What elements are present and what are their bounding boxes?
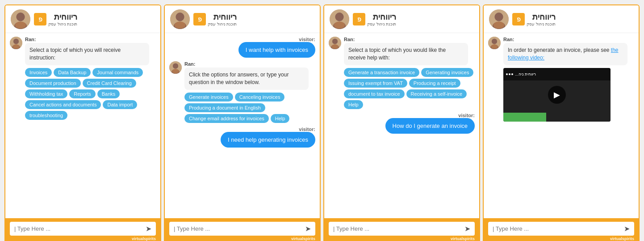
brand-logo: פריווחיתתוכנת ניהול עסק [512,12,556,26]
chip[interactable]: Help [271,114,290,123]
input-row: ➤ [329,222,475,236]
visitor-message-row: visitor:I want help with invoices [169,37,315,58]
brand-subtitle: תוכנת ניהול עסק [367,22,396,26]
chat-panel-panel1: פריווחיתתוכנת ניהול עסק Ran:Select a top… [4,4,161,241]
ran-label: Ran: [503,37,634,42]
chip[interactable]: Receiving a self-invoice [406,89,467,98]
message-input[interactable] [333,225,461,232]
bot-avatar [10,37,22,49]
ran-label: Ran: [25,37,156,42]
chat-panel-panel4: פריווחיתתוכנת ניהול עסק Ran:In order to … [483,4,640,241]
chat-footer: ➤virtualspirits [484,218,639,241]
ran-label: Ran: [184,61,315,67]
bot-avatar [169,61,182,74]
chat-header: פריווחיתתוכנת ניהול עסק [324,5,479,33]
brand-icon: פ [512,13,525,25]
ran-label: Ran: [344,37,475,42]
svg-point-11 [175,21,186,29]
chip[interactable]: Withholding tax [25,89,67,98]
input-row: ➤ [169,222,315,236]
chip[interactable]: Issuing exempt from VAT [344,79,407,88]
brand-icon: פ [353,13,365,25]
brand-logo: פריווחיתתוכנת ניהול עסק [193,12,237,26]
svg-point-27 [493,21,505,29]
bot-message-row: Ran:Click the options for answers, or ty… [169,61,315,123]
svg-point-1 [16,13,25,21]
chip[interactable]: Generating invoices [421,68,473,77]
svg-point-15 [172,69,179,73]
svg-point-29 [492,38,497,44]
visitor-bubble: I want help with invoices [238,42,315,58]
video-title: ריווחית ניה... [515,72,536,76]
message-input[interactable] [493,225,620,232]
chip[interactable]: Reports [69,89,96,98]
input-row: ➤ [488,222,634,236]
chip[interactable]: Banks [97,89,120,98]
chip[interactable]: Generate a transaction invoice [344,68,419,77]
brand-name: ריווחית [367,12,396,22]
bot-message-row: Ran:In order to generate an invoice, ple… [488,37,634,122]
chat-messages: Ran:Select a topic of which you would li… [324,33,479,218]
bot-avatar [488,37,501,49]
message-input[interactable] [14,225,142,232]
avatar [489,9,509,29]
chip[interactable]: Cancel actions and documents [25,100,101,109]
visitor-label: visitor: [458,113,475,118]
chip[interactable]: Producing a receipt [409,79,460,88]
footer-brand: virtualspirits [10,237,156,241]
send-button[interactable]: ➤ [624,224,630,233]
visitor-label: visitor: [299,127,315,132]
brand-icon: פ [193,13,206,25]
send-button[interactable]: ➤ [146,224,151,233]
visitor-message-row: visitor:I need help generating invoices [169,127,315,148]
input-row: ➤ [10,222,156,236]
bot-message-row: Ran:Select a topic of which you would li… [329,37,475,109]
chat-header: פריווחיתתוכנת ניהול עסק [484,5,639,33]
chat-footer: ➤virtualspirits [5,218,160,241]
bot-avatar [329,37,341,49]
avatar [330,9,349,29]
visitor-bubble: I need help generating invoices [221,132,315,148]
chip[interactable]: Generate invoices [184,93,233,101]
brand-icon: פ [34,13,46,25]
chip[interactable]: Journal commands [92,68,143,77]
chat-messages: visitor:I want help with invoices Ran:Cl… [165,33,320,218]
visitor-bubble: How do I generate an invoice [385,118,475,134]
send-button[interactable]: ➤ [305,224,311,233]
bot-bubble: In order to generate an invoice, please … [503,43,627,65]
svg-point-13 [173,63,178,68]
svg-point-3 [15,21,26,29]
video-progress-bar [503,113,611,122]
chat-messages: Ran:In order to generate an invoice, ple… [484,33,639,218]
chip[interactable]: Credit Card Clearing [83,79,136,88]
bot-text-part: In order to generate an invoice, please … [508,47,611,53]
footer-brand: virtualspirits [169,237,315,241]
chip[interactable]: Document production [25,79,81,88]
chip[interactable]: Help [344,100,363,109]
svg-point-17 [335,13,343,21]
bot-bubble: Select a topic of which you will receive… [25,43,149,65]
video-play-button[interactable]: ▶ [548,86,566,104]
chip[interactable]: Change email address for invoices [184,114,269,123]
footer-brand: virtualspirits [329,237,475,241]
message-input[interactable] [174,225,301,232]
visitor-message-row: visitor:How do I generate an invoice [329,113,475,134]
chip[interactable]: Invoices [25,68,52,77]
chip[interactable]: Data Backup [54,68,91,77]
chips-container: Generate a transaction invoiceGenerating… [344,68,475,109]
chip[interactable]: Producing a document in English [184,103,265,112]
chat-panel-panel3: פריווחיתתוכנת ניהול עסק Ran:Select a top… [323,4,480,241]
send-button[interactable]: ➤ [464,224,470,233]
chip[interactable]: Data import [103,100,137,109]
chips-container: InvoicesData BackupJournal commandsDocum… [25,68,156,120]
chip[interactable]: document to tax invoice [344,89,405,98]
chat-panel-panel2: פריווחיתתוכנת ניהול עסקvisitor:I want he… [164,4,321,241]
video-thumbnail[interactable]: ריווחית ניה...▶ [503,68,611,122]
brand-logo: פריווחיתתוכנת ניהול עסק [34,12,77,26]
chip[interactable]: troubleshooting [25,111,67,120]
brand-name: ריווחית [208,12,237,22]
chip[interactable]: Canceling invoices [235,93,285,101]
brand-subtitle: תוכנת ניהול עסק [48,22,77,26]
brand-subtitle: תוכנת ניהול עסק [208,22,237,26]
svg-point-21 [332,38,338,44]
